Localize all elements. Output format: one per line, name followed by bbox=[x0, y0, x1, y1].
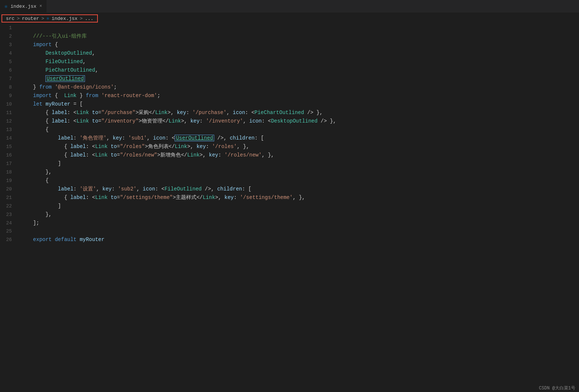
token-c-text: ; bbox=[157, 93, 160, 99]
attribution: CSDN @大白菜1号 bbox=[539, 386, 575, 391]
token-c-text: />, bbox=[214, 135, 230, 141]
code-line: 10 let myRouter = [ bbox=[0, 100, 579, 109]
line-content: label: '角色管理', key: 'sub1', icon: <UserO… bbox=[18, 134, 579, 142]
line-content: { label: <Link to="/roles/new">新增角色</Lin… bbox=[18, 151, 579, 159]
token-c-cyan: label bbox=[52, 118, 67, 124]
token-c-text: : bbox=[234, 195, 240, 200]
token-c-text: , bbox=[243, 118, 249, 124]
token-c-text: : < bbox=[155, 186, 164, 192]
token-c-cyan: to bbox=[92, 110, 98, 116]
breadcrumb-dots: ... bbox=[85, 16, 93, 21]
token-c-cyan: key bbox=[196, 144, 206, 149]
tab-index-jsx[interactable]: ⚛ index.jsx × bbox=[0, 0, 47, 13]
user-outlined-usage: UserOutlined bbox=[175, 135, 214, 141]
breadcrumb-sep2: > bbox=[41, 16, 44, 21]
token-c-identifier: FileOutlined bbox=[45, 59, 83, 65]
token-c-text: { bbox=[45, 110, 52, 116]
line-content: ] bbox=[18, 202, 579, 210]
line-content: import { Link } from 'react-router-dom'; bbox=[18, 92, 579, 100]
token-c-text: ] bbox=[58, 203, 61, 209]
token-c-text: = bbox=[117, 195, 120, 200]
token-c-text: = bbox=[117, 144, 120, 149]
line-number: 11 bbox=[0, 109, 18, 117]
line-content: FileOutlined, bbox=[18, 58, 579, 66]
token-c-cyan: label bbox=[70, 144, 86, 149]
token-c-text: }, bbox=[45, 169, 52, 175]
line-number: 17 bbox=[0, 160, 18, 168]
token-c-identifier: PieChartOutlined bbox=[45, 67, 95, 73]
line-content: { label: <Link to="/inventory">物资管理</Lin… bbox=[18, 117, 579, 125]
line-content: ]; bbox=[18, 219, 579, 227]
token-c-text: >物资管理</ bbox=[138, 118, 168, 124]
token-c-text: { bbox=[64, 152, 71, 158]
token-c-text: , }, bbox=[262, 152, 274, 158]
line-number: 26 bbox=[0, 236, 18, 244]
token-c-orange: "/roles" bbox=[120, 144, 145, 149]
code-line: 25 bbox=[0, 227, 579, 235]
token-c-text: { bbox=[52, 42, 58, 48]
token-c-cyan: key bbox=[102, 186, 112, 192]
token-c-cyan: to bbox=[92, 118, 98, 124]
code-line: 18 }, bbox=[0, 168, 579, 176]
code-line: 13 { bbox=[0, 125, 579, 134]
token-c-text: : bbox=[218, 152, 225, 158]
code-line: 1 bbox=[0, 24, 579, 32]
token-c-identifier: Link bbox=[169, 118, 181, 124]
line-content: } from '@ant-design/icons'; bbox=[18, 83, 579, 91]
line-content: { label: <Link to="/purchase">采购</Link>,… bbox=[18, 109, 579, 117]
token-c-cyan: to bbox=[111, 195, 117, 200]
token-c-identifier: DesktopOutlined bbox=[45, 50, 92, 56]
line-number: 22 bbox=[0, 202, 18, 210]
tab-close-button[interactable]: × bbox=[40, 4, 42, 9]
token-c-text: = bbox=[117, 152, 120, 158]
token-c-import-kw: from bbox=[36, 84, 55, 90]
code-line: 17 ] bbox=[0, 159, 579, 168]
token-c-orange: "/settings/theme" bbox=[120, 195, 173, 200]
token-c-orange: "/inventory" bbox=[102, 118, 139, 124]
line-content: import { bbox=[18, 41, 579, 49]
token-c-cyan: key bbox=[209, 152, 218, 158]
token-c-identifier: Link bbox=[95, 152, 108, 158]
token-c-identifier: Link bbox=[64, 93, 77, 99]
code-editor: 12 ///---引入ui-组件库3 import {4 DesktopOutl… bbox=[0, 24, 579, 244]
token-c-text: { bbox=[52, 93, 64, 99]
token-c-text: , bbox=[95, 67, 98, 73]
token-c-orange: '@ant-design/icons' bbox=[55, 84, 114, 90]
token-c-text: , }, bbox=[293, 195, 305, 200]
code-line: 15 { label: <Link to="/roles">角色列表</Link… bbox=[0, 142, 579, 151]
code-line: 2 ///---引入ui-组件库 bbox=[0, 32, 579, 41]
token-c-identifier: Link bbox=[76, 118, 89, 124]
token-c-cyan: to bbox=[111, 144, 117, 149]
token-c-text: >, bbox=[215, 195, 225, 200]
token-c-text: } bbox=[33, 84, 36, 90]
breadcrumb-sep3: > bbox=[80, 16, 83, 21]
token-c-text: : < bbox=[262, 118, 271, 124]
token-c-cyan: icon bbox=[143, 186, 155, 192]
token-c-import-kw: import bbox=[33, 42, 52, 48]
line-content: ] bbox=[18, 159, 579, 168]
token-c-orange: '/settings/theme' bbox=[240, 195, 293, 200]
breadcrumb-src: src bbox=[6, 16, 14, 21]
token-c-text: ]; bbox=[33, 220, 40, 226]
token-c-text: : bbox=[122, 135, 129, 141]
token-c-text: : < bbox=[245, 110, 254, 116]
token-c-text: : bbox=[206, 144, 212, 149]
line-number: 9 bbox=[0, 92, 18, 100]
line-number: 18 bbox=[0, 168, 18, 176]
line-number: 25 bbox=[0, 227, 18, 235]
token-c-text: { bbox=[64, 195, 71, 200]
token-c-identifier: Link bbox=[175, 144, 187, 149]
line-number: 8 bbox=[0, 83, 18, 92]
token-c-orange: '角色管理' bbox=[80, 135, 107, 141]
line-content: export default myRouter bbox=[18, 235, 579, 244]
token-c-cyan: label bbox=[58, 135, 73, 141]
token-c-text: , }, bbox=[237, 144, 249, 149]
line-content: UserOutlined bbox=[18, 75, 579, 83]
token-c-cyan: icon bbox=[153, 135, 166, 141]
line-content: PieChartOutlined, bbox=[18, 66, 579, 74]
token-c-identifier: Link bbox=[76, 110, 89, 116]
token-c-blue: export bbox=[33, 237, 52, 243]
code-line: 8 } from '@ant-design/icons'; bbox=[0, 83, 579, 92]
token-c-identifier: FileOutlined bbox=[164, 186, 202, 192]
token-c-cyan: key bbox=[113, 135, 122, 141]
